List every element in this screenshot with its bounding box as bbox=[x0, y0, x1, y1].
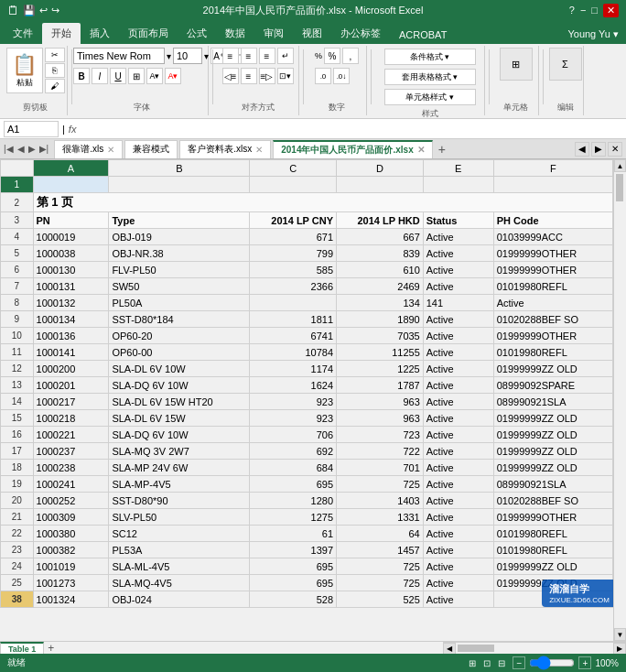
cell-E19[interactable]: Active bbox=[423, 476, 493, 493]
font-color-button[interactable]: A▾ bbox=[165, 68, 181, 84]
cell-D13[interactable]: 1787 bbox=[337, 377, 424, 394]
sheet-nav-btn-left[interactable]: ◀ bbox=[575, 142, 589, 157]
row-header-5[interactable]: 5 bbox=[1, 245, 34, 262]
cell-E18[interactable]: Active bbox=[423, 460, 493, 476]
row-header-4[interactable]: 4 bbox=[1, 229, 34, 245]
tab-item-2[interactable]: 兼容模式 bbox=[124, 140, 178, 158]
cell-F9[interactable]: 01020288BEF SO bbox=[493, 311, 612, 328]
cell-F5[interactable]: 01999999OTHER bbox=[493, 245, 612, 262]
col-header-D[interactable]: D bbox=[337, 160, 424, 177]
cell-E20[interactable]: Active bbox=[423, 493, 493, 509]
cell-D23[interactable]: 1457 bbox=[337, 542, 424, 558]
cell-A4[interactable]: 1000019 bbox=[33, 229, 109, 245]
cell-A6[interactable]: 1000130 bbox=[33, 262, 109, 278]
cut-button[interactable]: ✂ bbox=[45, 48, 65, 62]
cell-B4[interactable]: OBJ-019 bbox=[109, 229, 250, 245]
row-header-20[interactable]: 20 bbox=[1, 493, 34, 509]
cell-D22[interactable]: 64 bbox=[337, 526, 424, 542]
cell-A21[interactable]: 1000309 bbox=[33, 509, 109, 526]
sheet-nav-next[interactable]: ▶ bbox=[28, 144, 36, 154]
cell-C4[interactable]: 671 bbox=[250, 229, 337, 245]
tab-data[interactable]: 数据 bbox=[216, 23, 254, 44]
row-header-2[interactable]: 2 bbox=[1, 193, 34, 212]
cell-E8[interactable]: 141 bbox=[423, 295, 493, 311]
cell-F7[interactable]: 01019980REFL bbox=[493, 278, 612, 295]
cell-F10[interactable]: 01999999OTHER bbox=[493, 328, 612, 344]
close-btn[interactable]: ✕ bbox=[603, 4, 619, 17]
cell-D18[interactable]: 701 bbox=[337, 460, 424, 476]
cell-B21[interactable]: SLV-PL50 bbox=[109, 509, 250, 526]
hscroll-thumb[interactable] bbox=[458, 645, 494, 652]
format-as-table-btn[interactable]: 套用表格格式 ▾ bbox=[384, 69, 476, 85]
cell-B6[interactable]: FLV-PL50 bbox=[109, 262, 250, 278]
tab-file[interactable]: 文件 bbox=[4, 23, 42, 44]
sheet-nav-first[interactable]: |◀ bbox=[4, 144, 14, 154]
cell-D6[interactable]: 610 bbox=[337, 262, 424, 278]
cell-styles-btn[interactable]: 单元格样式 ▾ bbox=[384, 89, 476, 105]
cell-A7[interactable]: 1000131 bbox=[33, 278, 109, 295]
cell-E12[interactable]: Active bbox=[423, 361, 493, 377]
cell-D24[interactable]: 725 bbox=[337, 558, 424, 575]
cell-B25[interactable]: SLA-MQ-4V5 bbox=[109, 575, 250, 591]
format-painter-button[interactable]: 🖌 bbox=[45, 79, 65, 93]
horizontal-scrollbar[interactable]: ◀ ▶ bbox=[443, 642, 626, 655]
cell-F19[interactable]: 089990921SLA bbox=[493, 476, 612, 493]
italic-button[interactable]: I bbox=[92, 68, 108, 84]
sheet-nav-btn-x[interactable]: ✕ bbox=[608, 142, 622, 157]
cell-A12[interactable]: 1000200 bbox=[33, 361, 109, 377]
cell-E38[interactable]: Active bbox=[423, 591, 493, 608]
hscroll-right-btn[interactable]: ▶ bbox=[613, 643, 626, 655]
cell-B10[interactable]: OP60-20 bbox=[109, 328, 250, 344]
cell-F8[interactable]: Active bbox=[493, 295, 612, 311]
row-header-17[interactable]: 17 bbox=[1, 443, 34, 460]
cell-F11[interactable]: 01019980REFL bbox=[493, 344, 612, 361]
cell-F20[interactable]: 01020288BEF SO bbox=[493, 493, 612, 509]
align-center-btn[interactable]: ≡ bbox=[241, 48, 257, 64]
cell-B12[interactable]: SLA-DL 6V 10W bbox=[109, 361, 250, 377]
row-header-12[interactable]: 12 bbox=[1, 361, 34, 377]
cell-A1[interactable] bbox=[33, 177, 109, 193]
cell-B3[interactable]: Type bbox=[109, 212, 250, 229]
cell-C16[interactable]: 706 bbox=[250, 427, 337, 443]
col-header-A[interactable]: A bbox=[33, 160, 109, 177]
cell-E25[interactable]: Active bbox=[423, 575, 493, 591]
tab-item-3[interactable]: 客户资料表.xlsx ✕ bbox=[179, 140, 271, 158]
cell-C18[interactable]: 684 bbox=[250, 460, 337, 476]
cell-E11[interactable]: Active bbox=[423, 344, 493, 361]
row-header-21[interactable]: 21 bbox=[1, 509, 34, 526]
row-header-6[interactable]: 6 bbox=[1, 262, 34, 278]
cell-E6[interactable]: Active bbox=[423, 262, 493, 278]
cell-C14[interactable]: 923 bbox=[250, 394, 337, 410]
align-right-btn[interactable]: ≡▷ bbox=[259, 68, 275, 84]
cell-D7[interactable]: 2469 bbox=[337, 278, 424, 295]
quick-save[interactable]: 💾 bbox=[23, 5, 36, 16]
cell-F16[interactable]: 01999999ZZ OLD bbox=[493, 427, 612, 443]
row-header-25[interactable]: 25 bbox=[1, 575, 34, 591]
cell-reference-input[interactable] bbox=[4, 121, 59, 137]
tab-close-3[interactable]: ✕ bbox=[255, 145, 263, 155]
decrease-decimal-btn[interactable]: .0↓ bbox=[333, 68, 350, 84]
cell-A14[interactable]: 1000217 bbox=[33, 394, 109, 410]
cell-F3[interactable]: PH Code bbox=[493, 212, 612, 229]
cell-E22[interactable]: Active bbox=[423, 526, 493, 542]
cell-F24[interactable]: 01999999ZZ OLD bbox=[493, 558, 612, 575]
cell-C20[interactable]: 1280 bbox=[250, 493, 337, 509]
tab-insert[interactable]: 插入 bbox=[81, 23, 119, 44]
row-header-8[interactable]: 8 bbox=[1, 295, 34, 311]
cell-D19[interactable]: 725 bbox=[337, 476, 424, 493]
cell-A13[interactable]: 1000201 bbox=[33, 377, 109, 394]
row-header-11[interactable]: 11 bbox=[1, 344, 34, 361]
cell-C15[interactable]: 923 bbox=[250, 410, 337, 427]
cell-A20[interactable]: 1000252 bbox=[33, 493, 109, 509]
tab-view[interactable]: 视图 bbox=[293, 23, 331, 44]
cell-E17[interactable]: Active bbox=[423, 443, 493, 460]
cell-B23[interactable]: PL53A bbox=[109, 542, 250, 558]
cell-A3[interactable]: PN bbox=[33, 212, 109, 229]
row-header-24[interactable]: 24 bbox=[1, 558, 34, 575]
cell-F21[interactable]: 01999999OTHER bbox=[493, 509, 612, 526]
zoom-slider[interactable] bbox=[529, 658, 575, 667]
cell-E4[interactable]: Active bbox=[423, 229, 493, 245]
cell-A38[interactable]: 1001324 bbox=[33, 591, 109, 608]
increase-decimal-btn[interactable]: .0 bbox=[315, 68, 331, 84]
cell-C25[interactable]: 695 bbox=[250, 575, 337, 591]
